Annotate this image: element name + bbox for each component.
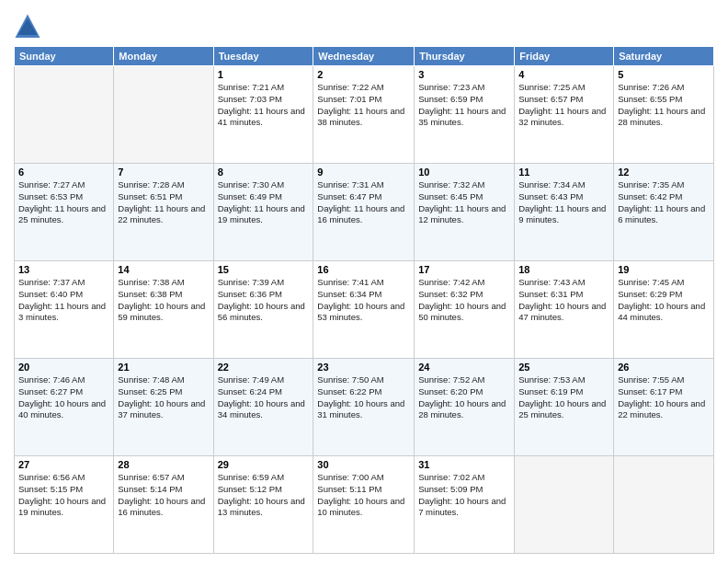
day-number: 12 xyxy=(618,167,710,178)
day-info: Sunrise: 7:25 AM Sunset: 6:57 PM Dayligh… xyxy=(518,82,609,129)
calendar-cell: 7Sunrise: 7:28 AM Sunset: 6:51 PM Daylig… xyxy=(114,164,213,261)
day-number: 25 xyxy=(518,362,609,373)
day-info: Sunrise: 7:53 AM Sunset: 6:19 PM Dayligh… xyxy=(518,374,609,421)
calendar-cell xyxy=(614,456,714,554)
calendar-cell: 1Sunrise: 7:21 AM Sunset: 7:03 PM Daylig… xyxy=(213,66,313,164)
calendar-cell: 6Sunrise: 7:27 AM Sunset: 6:53 PM Daylig… xyxy=(15,164,114,261)
calendar-cell: 17Sunrise: 7:42 AM Sunset: 6:32 PM Dayli… xyxy=(415,261,515,359)
calendar-cell: 19Sunrise: 7:45 AM Sunset: 6:29 PM Dayli… xyxy=(614,261,714,359)
day-number: 8 xyxy=(218,167,310,178)
day-info: Sunrise: 7:41 AM Sunset: 6:34 PM Dayligh… xyxy=(317,277,410,324)
day-number: 15 xyxy=(218,264,310,275)
day-info: Sunrise: 7:22 AM Sunset: 7:01 PM Dayligh… xyxy=(317,82,410,129)
weekday-saturday: Saturday xyxy=(614,47,714,66)
calendar-cell: 29Sunrise: 6:59 AM Sunset: 5:12 PM Dayli… xyxy=(213,456,313,554)
day-number: 2 xyxy=(317,69,410,80)
calendar-week-1: 1Sunrise: 7:21 AM Sunset: 7:03 PM Daylig… xyxy=(15,66,714,164)
day-info: Sunrise: 7:23 AM Sunset: 6:59 PM Dayligh… xyxy=(418,82,510,129)
day-info: Sunrise: 7:55 AM Sunset: 6:17 PM Dayligh… xyxy=(618,374,710,421)
day-number: 9 xyxy=(317,167,410,178)
calendar-cell: 28Sunrise: 6:57 AM Sunset: 5:14 PM Dayli… xyxy=(114,456,213,554)
day-info: Sunrise: 7:39 AM Sunset: 6:36 PM Dayligh… xyxy=(218,277,310,324)
calendar-cell: 5Sunrise: 7:26 AM Sunset: 6:55 PM Daylig… xyxy=(614,66,714,164)
page: SundayMondayTuesdayWednesdayThursdayFrid… xyxy=(0,0,728,563)
day-number: 21 xyxy=(118,362,209,373)
weekday-friday: Friday xyxy=(515,47,614,66)
day-info: Sunrise: 7:28 AM Sunset: 6:51 PM Dayligh… xyxy=(118,179,209,226)
calendar-cell: 18Sunrise: 7:43 AM Sunset: 6:31 PM Dayli… xyxy=(515,261,614,359)
calendar-cell: 3Sunrise: 7:23 AM Sunset: 6:59 PM Daylig… xyxy=(415,66,515,164)
calendar-table: SundayMondayTuesdayWednesdayThursdayFrid… xyxy=(14,46,714,554)
day-number: 23 xyxy=(317,362,410,373)
day-info: Sunrise: 7:52 AM Sunset: 6:20 PM Dayligh… xyxy=(418,374,510,421)
calendar-cell: 10Sunrise: 7:32 AM Sunset: 6:45 PM Dayli… xyxy=(415,164,515,261)
calendar-week-4: 20Sunrise: 7:46 AM Sunset: 6:27 PM Dayli… xyxy=(15,359,714,456)
day-number: 26 xyxy=(618,362,710,373)
day-info: Sunrise: 7:38 AM Sunset: 6:38 PM Dayligh… xyxy=(118,277,209,324)
day-number: 3 xyxy=(418,69,510,80)
calendar-cell: 11Sunrise: 7:34 AM Sunset: 6:43 PM Dayli… xyxy=(515,164,614,261)
calendar-cell: 31Sunrise: 7:02 AM Sunset: 5:09 PM Dayli… xyxy=(415,456,515,554)
day-number: 7 xyxy=(118,167,209,178)
day-number: 1 xyxy=(218,69,310,80)
day-info: Sunrise: 7:45 AM Sunset: 6:29 PM Dayligh… xyxy=(618,277,710,324)
calendar-cell: 12Sunrise: 7:35 AM Sunset: 6:42 PM Dayli… xyxy=(614,164,714,261)
day-info: Sunrise: 7:31 AM Sunset: 6:47 PM Dayligh… xyxy=(317,179,410,226)
calendar-cell: 4Sunrise: 7:25 AM Sunset: 6:57 PM Daylig… xyxy=(515,66,614,164)
day-number: 18 xyxy=(518,264,609,275)
calendar-week-3: 13Sunrise: 7:37 AM Sunset: 6:40 PM Dayli… xyxy=(15,261,714,359)
calendar-week-5: 27Sunrise: 6:56 AM Sunset: 5:15 PM Dayli… xyxy=(15,456,714,554)
day-number: 28 xyxy=(118,459,209,470)
day-number: 16 xyxy=(317,264,410,275)
weekday-tuesday: Tuesday xyxy=(213,47,313,66)
calendar-cell: 20Sunrise: 7:46 AM Sunset: 6:27 PM Dayli… xyxy=(15,359,114,456)
header xyxy=(14,9,714,40)
weekday-wednesday: Wednesday xyxy=(313,47,415,66)
weekday-header-row: SundayMondayTuesdayWednesdayThursdayFrid… xyxy=(15,47,714,66)
svg-marker-1 xyxy=(18,18,38,35)
day-number: 30 xyxy=(317,459,410,470)
calendar-cell: 21Sunrise: 7:48 AM Sunset: 6:25 PM Dayli… xyxy=(114,359,213,456)
day-info: Sunrise: 7:46 AM Sunset: 6:27 PM Dayligh… xyxy=(18,374,109,421)
calendar-cell: 9Sunrise: 7:31 AM Sunset: 6:47 PM Daylig… xyxy=(313,164,415,261)
weekday-monday: Monday xyxy=(114,47,213,66)
day-info: Sunrise: 7:42 AM Sunset: 6:32 PM Dayligh… xyxy=(418,277,510,324)
weekday-sunday: Sunday xyxy=(15,47,114,66)
day-info: Sunrise: 7:37 AM Sunset: 6:40 PM Dayligh… xyxy=(18,277,109,324)
day-info: Sunrise: 7:30 AM Sunset: 6:49 PM Dayligh… xyxy=(218,179,310,226)
day-number: 14 xyxy=(118,264,209,275)
day-info: Sunrise: 7:49 AM Sunset: 6:24 PM Dayligh… xyxy=(218,374,310,421)
day-number: 6 xyxy=(18,167,109,178)
weekday-thursday: Thursday xyxy=(415,47,515,66)
day-number: 27 xyxy=(18,459,109,470)
calendar-week-2: 6Sunrise: 7:27 AM Sunset: 6:53 PM Daylig… xyxy=(15,164,714,261)
day-number: 19 xyxy=(618,264,710,275)
calendar-cell: 14Sunrise: 7:38 AM Sunset: 6:38 PM Dayli… xyxy=(114,261,213,359)
day-number: 10 xyxy=(418,167,510,178)
calendar-cell: 23Sunrise: 7:50 AM Sunset: 6:22 PM Dayli… xyxy=(313,359,415,456)
day-number: 31 xyxy=(418,459,510,470)
day-info: Sunrise: 7:26 AM Sunset: 6:55 PM Dayligh… xyxy=(618,82,710,129)
day-info: Sunrise: 7:35 AM Sunset: 6:42 PM Dayligh… xyxy=(618,179,710,226)
calendar-body: 1Sunrise: 7:21 AM Sunset: 7:03 PM Daylig… xyxy=(15,66,714,554)
day-info: Sunrise: 7:00 AM Sunset: 5:11 PM Dayligh… xyxy=(317,472,410,519)
day-number: 4 xyxy=(518,69,609,80)
day-info: Sunrise: 7:02 AM Sunset: 5:09 PM Dayligh… xyxy=(418,472,510,519)
day-number: 22 xyxy=(218,362,310,373)
day-info: Sunrise: 7:27 AM Sunset: 6:53 PM Dayligh… xyxy=(18,179,109,226)
day-info: Sunrise: 7:32 AM Sunset: 6:45 PM Dayligh… xyxy=(418,179,510,226)
calendar-cell: 2Sunrise: 7:22 AM Sunset: 7:01 PM Daylig… xyxy=(313,66,415,164)
day-number: 5 xyxy=(618,69,710,80)
calendar-cell: 24Sunrise: 7:52 AM Sunset: 6:20 PM Dayli… xyxy=(415,359,515,456)
day-number: 29 xyxy=(218,459,310,470)
calendar-cell xyxy=(114,66,213,164)
calendar-cell: 30Sunrise: 7:00 AM Sunset: 5:11 PM Dayli… xyxy=(313,456,415,554)
calendar-cell: 8Sunrise: 7:30 AM Sunset: 6:49 PM Daylig… xyxy=(213,164,313,261)
day-number: 20 xyxy=(18,362,109,373)
logo xyxy=(14,13,44,40)
day-info: Sunrise: 7:43 AM Sunset: 6:31 PM Dayligh… xyxy=(518,277,609,324)
day-info: Sunrise: 7:34 AM Sunset: 6:43 PM Dayligh… xyxy=(518,179,609,226)
day-info: Sunrise: 6:59 AM Sunset: 5:12 PM Dayligh… xyxy=(218,472,310,519)
day-info: Sunrise: 7:50 AM Sunset: 6:22 PM Dayligh… xyxy=(317,374,410,421)
calendar-cell: 13Sunrise: 7:37 AM Sunset: 6:40 PM Dayli… xyxy=(15,261,114,359)
